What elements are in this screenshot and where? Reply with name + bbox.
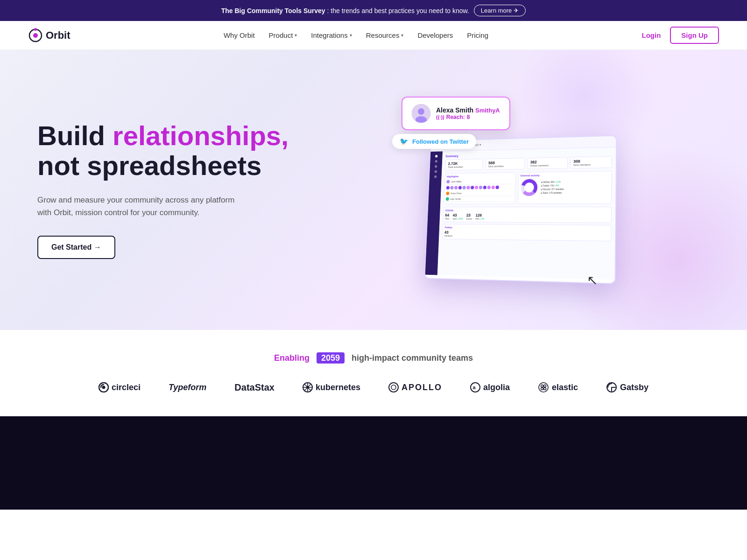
banner-cta-button[interactable]: Learn more ✈ [474, 5, 526, 16]
svg-point-25 [544, 388, 546, 390]
logo-elastic: elastic [538, 382, 578, 393]
stat-total-activities: 2.72K Total activities [445, 159, 483, 170]
logo-kubernetes: kubernetes [303, 382, 360, 392]
svg-point-23 [544, 385, 546, 387]
logo-typeform: Typeform [169, 383, 206, 392]
svg-point-24 [541, 388, 543, 390]
general-activity-panel: General activity ● GitHub: [517, 171, 612, 204]
hero-subtitle: Grow and measure your community across a… [37, 194, 243, 219]
svg-point-21 [539, 383, 548, 392]
hero-title: Build relationships, not spreadsheets [37, 121, 299, 181]
nav-auth: Login Sign Up [642, 27, 719, 44]
stat-new-members: 308 New members [570, 156, 612, 169]
profile-card: Alexa Smith SmithyA ((·)) Reach: 8 [402, 97, 510, 130]
dashboard-mockup: Alexa Smith SmithyA ((·)) Reach: 8 🐦 Fol… [392, 97, 616, 283]
product-chevron-icon: ▾ [295, 33, 297, 38]
github-stat-3: 23 issues [466, 213, 472, 220]
github-stat-2: 43 stars +22% [452, 213, 463, 220]
twitter-panel: Twitter 43 mentions [442, 224, 612, 241]
social-proof-text: Enabling 2059 high-impact community team… [28, 353, 719, 363]
sidebar-nav-item [434, 175, 437, 178]
highlight-item-3: Alex Smith [446, 196, 513, 202]
logo-apollo: APOLLO [388, 382, 442, 392]
banner-text: The Big Community Tools Survey : the tre… [221, 7, 469, 14]
member-avatar-3 [446, 197, 449, 201]
nav-resources[interactable]: Resources ▾ [366, 31, 404, 39]
stats-row: 2.72K Total activities 568 New activitie… [445, 156, 612, 171]
logo-gatsby: Gatsby [606, 382, 648, 393]
partner-logos: circleci Typeform DataStax kubernetes [28, 382, 719, 393]
github-panel: GitHub 64 forks 43 stars +22% [443, 207, 612, 223]
svg-point-10 [102, 386, 105, 389]
donut-chart-container: ● GitHub: 604 +12% ● Twitter: 702 +8% ● … [520, 177, 610, 197]
apollo-logo-icon [388, 382, 399, 392]
twitter-badge: 🐦 Followed on Twitter [392, 134, 476, 149]
highlight-item: Josh Miller [446, 178, 514, 185]
algolia-logo-icon: a [470, 382, 480, 392]
stat-new-activities: 568 New activities [486, 158, 525, 170]
github-stat-4: 126 PRs +7% [475, 213, 484, 220]
hero-content: Build relationships, not spreadsheets Gr… [37, 121, 299, 259]
nav-links: Why Orbit Product ▾ Integrations ▾ Resou… [224, 31, 488, 39]
reach-signal-icon: ((·)) [436, 114, 444, 120]
svg-point-0 [33, 33, 38, 38]
github-stats: 64 forks 43 stars +22% 23 issues [445, 213, 609, 221]
highlights-panel: Highlights Josh Miller [444, 172, 516, 204]
highlight-item-2: Anna Chen [446, 190, 513, 196]
svg-point-22 [541, 385, 543, 387]
nav-integrations[interactable]: Integrations ▾ [311, 31, 352, 39]
logo-circleci: circleci [99, 382, 141, 392]
hero-section: Build relationships, not spreadsheets Gr… [0, 50, 747, 330]
announcement-banner: The Big Community Tools Survey : the tre… [0, 0, 747, 21]
svg-text:a: a [472, 385, 476, 390]
app-dashboard-frame: Community Space ▾ Summary 2. [424, 135, 617, 284]
highlights-row: Highlights Josh Miller [444, 171, 612, 204]
github-stat-1: 64 forks [445, 213, 450, 220]
elastic-logo-icon [538, 382, 549, 393]
hero-illustration: Alexa Smith SmithyA ((·)) Reach: 8 🐦 Fol… [299, 97, 710, 283]
nav-developers[interactable]: Developers [417, 31, 453, 39]
orbit-logo-icon [28, 28, 43, 43]
hero-cta-button[interactable]: Get Started → [37, 236, 115, 259]
donut-chart-svg [520, 178, 538, 197]
sidebar-nav-item [435, 160, 437, 163]
twitter-stat: 43 mentions [444, 230, 609, 239]
sidebar-nav-item [435, 155, 437, 158]
sidebar-nav-item [435, 165, 437, 168]
nav-pricing[interactable]: Pricing [467, 31, 488, 39]
login-button[interactable]: Login [642, 31, 661, 39]
nav-why-orbit[interactable]: Why Orbit [224, 31, 255, 39]
signup-button[interactable]: Sign Up [670, 27, 719, 44]
main-nav: Orbit Why Orbit Product ▾ Integrations ▾… [0, 21, 747, 50]
profile-info: Alexa Smith SmithyA ((·)) Reach: 8 [436, 106, 500, 120]
user-avatar [412, 104, 430, 123]
footer-dark-section [0, 416, 747, 510]
svg-point-18 [391, 385, 396, 390]
svg-point-4 [418, 108, 424, 115]
integrations-chevron-icon: ▾ [350, 33, 352, 38]
logo-datastax: DataStax [234, 382, 275, 393]
social-proof-section: Enabling 2059 high-impact community team… [0, 330, 747, 416]
svg-point-2 [34, 28, 37, 31]
nav-product[interactable]: Product ▾ [269, 31, 297, 39]
logo-algolia: a algolia [470, 382, 510, 392]
logo[interactable]: Orbit [28, 28, 70, 43]
member-avatar [446, 180, 450, 183]
member-tags [446, 185, 514, 189]
dashboard-main-content: Summary 2.72K Total activities 568 New a… [437, 147, 616, 280]
resources-chevron-icon: ▾ [401, 33, 403, 38]
dashboard-body: Summary 2.72K Total activities 568 New a… [425, 147, 616, 280]
svg-point-17 [389, 383, 398, 392]
member-avatar-2 [446, 192, 449, 195]
stat-active-members: 382 Active members [527, 157, 568, 169]
circleci-logo-icon [99, 382, 109, 392]
activity-legend: ● GitHub: 604 +12% ● Twitter: 702 +8% ● … [541, 181, 564, 194]
cursor-icon: ↖ [587, 273, 598, 288]
gatsby-logo-icon [606, 382, 617, 393]
kubernetes-logo-icon [303, 382, 313, 392]
twitter-icon: 🐦 [400, 137, 409, 146]
sidebar-nav-item [435, 170, 437, 173]
svg-point-16 [306, 386, 309, 389]
